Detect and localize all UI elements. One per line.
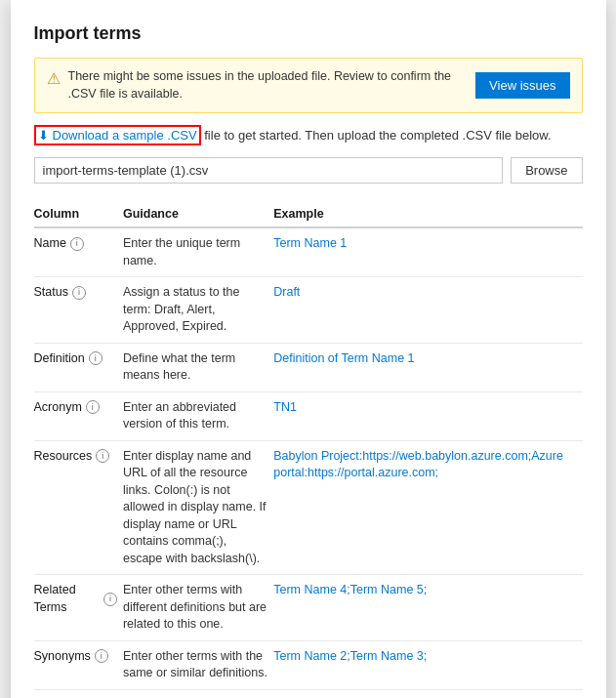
table-row: Related Terms iEnter other terms with di… (34, 575, 583, 641)
download-icon: ⬇ (38, 128, 49, 143)
file-input[interactable] (34, 157, 504, 184)
table-row: Name iEnter the unique term name.Term Na… (34, 227, 583, 277)
table-row: Stewards iEnter email and contact info o… (34, 689, 583, 698)
alert-text: There might be some issues in the upload… (68, 68, 465, 103)
warning-icon: ⚠ (47, 69, 61, 88)
info-icon[interactable]: i (70, 237, 84, 251)
browse-button[interactable]: Browse (511, 157, 582, 184)
table-row: Synonyms iEnter other terms with the sam… (34, 640, 583, 689)
view-issues-button[interactable]: View issues (475, 72, 569, 99)
file-input-row: Browse (34, 157, 583, 184)
example-cell: Term Name 2;Term Name 3; (273, 640, 582, 689)
example-cell: email1@address.com:info1;email3@address.… (273, 689, 582, 698)
download-row: ⬇ Download a sample .CSV file to get sta… (34, 125, 583, 145)
column-name-cell: Status i (34, 284, 117, 302)
example-link[interactable]: Definition of Term Name 1 (273, 351, 414, 365)
example-link[interactable]: Term Name 1 (273, 236, 347, 250)
guidance-cell: Enter an abbreviated version of this ter… (123, 391, 273, 440)
column-name-cell: Acronym i (34, 399, 117, 417)
example-link[interactable]: Term Name 4;Term Name 5; (273, 583, 427, 596)
guidance-cell: Enter other terms with different definit… (123, 575, 273, 641)
col-header-example: Example (273, 201, 582, 227)
alert-bar-left: ⚠ There might be some issues in the uplo… (47, 68, 465, 103)
table-row: Status iAssign a status to the term: Dra… (34, 277, 583, 344)
example-link[interactable]: Draft (273, 285, 300, 299)
example-link[interactable]: TN1 (273, 400, 297, 414)
guidance-table: Column Guidance Example Name iEnter the … (34, 201, 583, 698)
info-icon[interactable]: i (86, 400, 100, 414)
download-suffix: file to get started. Then upload the com… (201, 128, 552, 143)
guidance-cell: Enter other terms with the same or simil… (123, 640, 273, 689)
example-link[interactable]: Babylon Project:https://web.babylon.azur… (273, 449, 563, 480)
column-name-cell: Synonyms i (34, 648, 117, 666)
example-cell: Definition of Term Name 1 (273, 343, 582, 391)
info-icon[interactable]: i (95, 649, 108, 663)
dialog-title: Import terms (34, 23, 583, 44)
download-csv-link[interactable]: ⬇ Download a sample .CSV (34, 125, 201, 145)
guidance-cell: Assign a status to the term: Draft, Aler… (123, 277, 273, 344)
download-link-text: Download a sample .CSV (53, 128, 197, 143)
example-cell: Babylon Project:https://web.babylon.azur… (273, 440, 582, 575)
example-link[interactable]: Term Name 2;Term Name 3; (273, 649, 427, 663)
guidance-cell: Enter email and contact info of all the … (123, 689, 273, 698)
guidance-cell: Enter display name and URL of all the re… (123, 440, 273, 575)
info-icon[interactable]: i (89, 351, 103, 365)
import-terms-dialog: Import terms ⚠ There might be some issue… (11, 0, 606, 698)
alert-bar: ⚠ There might be some issues in the uplo… (34, 58, 583, 113)
info-icon[interactable]: i (72, 286, 86, 300)
guidance-cell: Enter the unique term name. (123, 227, 273, 277)
column-name-cell: Name i (34, 235, 117, 253)
info-icon[interactable]: i (103, 593, 117, 606)
table-row: Resources iEnter display name and URL of… (34, 440, 583, 575)
column-name-cell: Related Terms i (34, 582, 117, 616)
example-cell: Draft (273, 277, 582, 344)
table-row: Acronym iEnter an abbreviated version of… (34, 391, 583, 440)
info-icon[interactable]: i (96, 449, 109, 463)
example-cell: Term Name 1 (273, 227, 582, 277)
table-row: Definition iDefine what the term means h… (34, 343, 583, 391)
example-cell: Term Name 4;Term Name 5; (273, 575, 582, 641)
example-cell: TN1 (273, 391, 582, 440)
col-header-column: Column (34, 201, 123, 227)
col-header-guidance: Guidance (123, 201, 273, 227)
column-name-cell: Resources i (34, 448, 117, 466)
column-name-cell: Definition i (34, 350, 117, 368)
guidance-cell: Define what the term means here. (123, 343, 273, 391)
